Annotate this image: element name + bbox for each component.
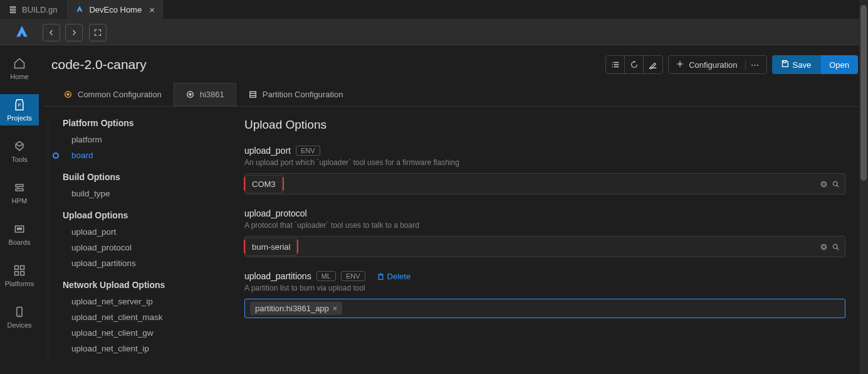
group-build-options: Build Options <box>54 172 228 182</box>
opt-net-server-ip[interactable]: upload_net_server_ip <box>54 294 228 309</box>
forward-button[interactable] <box>65 24 83 41</box>
edit-button[interactable] <box>644 56 662 73</box>
search-icon[interactable] <box>832 243 840 251</box>
clear-icon[interactable] <box>820 243 828 251</box>
tab-label: DevEco Home <box>89 5 142 14</box>
group-network-upload-options: Network Upload Options <box>54 280 228 290</box>
configuration-button[interactable]: Configuration ⋯ <box>668 55 766 74</box>
partition-tag: partition:hi3861_app × <box>250 302 342 315</box>
sidebar-item-label: HPM <box>12 197 27 205</box>
close-icon[interactable]: × <box>149 4 155 15</box>
form-area: Upload Options upload_port ENV An upload… <box>238 107 863 374</box>
svg-rect-5 <box>16 189 23 191</box>
env-chip: ENV <box>296 146 320 156</box>
svg-point-29 <box>189 94 191 95</box>
page-header: code-2.0-canary <box>39 46 868 83</box>
upload-protocol-value[interactable]: burn-serial <box>245 238 297 256</box>
sidebar-item-projects[interactable]: P Projects <box>0 94 39 126</box>
sidebar-item-home[interactable]: Home <box>0 53 39 84</box>
plus-icon <box>676 60 684 70</box>
field-upload-port: upload_port ENV An upload port which `up… <box>244 146 845 195</box>
save-label: Save <box>793 60 812 70</box>
opt-platform[interactable]: platform <box>54 132 228 147</box>
home-icon <box>13 56 26 70</box>
svg-line-37 <box>837 185 839 187</box>
target-icon <box>186 90 195 99</box>
field-description: A partition list to burn via upload tool <box>244 284 845 292</box>
file-icon <box>9 6 17 14</box>
svg-rect-2 <box>10 11 15 13</box>
tab-label: Common Configuration <box>78 90 162 99</box>
svg-rect-30 <box>250 92 256 97</box>
sidebar-item-label: Home <box>10 73 28 80</box>
svg-line-42 <box>837 248 839 250</box>
tab-label: hi3861 <box>200 90 224 99</box>
svg-rect-13 <box>21 272 24 275</box>
ml-chip: ML <box>316 271 336 281</box>
delete-label: Delete <box>387 272 411 281</box>
svg-rect-12 <box>15 272 19 275</box>
toolbar <box>0 19 868 46</box>
upload-port-value[interactable]: COM3 <box>245 175 283 193</box>
tab-common-config[interactable]: Common Configuration <box>51 83 174 106</box>
sidebar-item-platforms[interactable]: Platforms <box>0 260 39 291</box>
expand-button[interactable] <box>89 24 107 41</box>
save-button[interactable]: Save <box>772 55 820 74</box>
opt-net-client-gw[interactable]: upload_net_client_gw <box>54 325 228 341</box>
group-upload-options: Upload Options <box>54 210 228 220</box>
field-label: upload_partitions <box>244 271 311 281</box>
opt-net-client-ip[interactable]: upload_net_client_ip <box>54 341 228 356</box>
sidebar-item-tools[interactable]: Tools <box>0 136 39 167</box>
sidebar-item-devices[interactable]: Devices <box>0 301 39 333</box>
list-view-button[interactable] <box>606 56 625 73</box>
configuration-label: Configuration <box>689 60 737 70</box>
upload-port-input-row: COM3 <box>244 173 845 195</box>
deveco-logo-icon <box>75 5 84 14</box>
svg-rect-4 <box>16 184 23 186</box>
save-open-group: Save Open <box>772 55 858 74</box>
config-tabs: Common Configuration hi3861 Partition Co… <box>39 83 868 106</box>
projects-icon: P <box>13 98 26 112</box>
tab-hi3861[interactable]: hi3861 <box>174 83 236 106</box>
tab-deveco-home[interactable]: DevEco Home × <box>66 0 164 19</box>
devices-icon <box>13 305 26 319</box>
group-platform-options: Platform Options <box>54 118 228 128</box>
opt-upload-port[interactable]: upload_port <box>54 224 228 240</box>
opt-upload-protocol[interactable]: upload_protocol <box>54 240 228 255</box>
refresh-button[interactable] <box>625 56 644 73</box>
upload-partitions-input[interactable]: partition:hi3861_app × <box>244 299 845 318</box>
field-description: An upload port which `uploader` tool use… <box>244 158 845 167</box>
svg-text:P: P <box>18 102 21 108</box>
remove-tag-icon[interactable]: × <box>333 304 338 313</box>
open-button[interactable]: Open <box>820 55 858 74</box>
scrollbar[interactable] <box>859 0 868 374</box>
tab-partition-config[interactable]: Partition Configuration <box>236 83 355 106</box>
svg-rect-10 <box>15 266 19 270</box>
svg-point-27 <box>67 94 69 95</box>
nav-arrows <box>43 24 83 41</box>
back-button[interactable] <box>43 24 60 41</box>
app-logo <box>5 24 39 41</box>
tab-label: BUILD.gn <box>22 5 57 14</box>
svg-rect-25 <box>783 61 786 63</box>
svg-rect-1 <box>10 9 15 10</box>
clear-icon[interactable] <box>820 180 828 188</box>
opt-board[interactable]: board <box>54 147 228 163</box>
opt-build-type[interactable]: build_type <box>54 186 228 201</box>
sidebar-item-label: Projects <box>7 114 32 122</box>
sidebar-item-boards[interactable]: Boards <box>0 218 39 250</box>
hpm-icon <box>13 181 26 195</box>
partition-tag-label: partition:hi3861_app <box>255 304 329 313</box>
search-icon[interactable] <box>832 180 840 188</box>
scrollbar-thumb[interactable] <box>860 5 867 181</box>
target-icon <box>63 90 73 99</box>
sidebar-item-label: Boards <box>9 238 31 246</box>
tab-build-gn[interactable]: BUILD.gn <box>0 0 66 19</box>
more-icon[interactable]: ⋯ <box>745 60 759 70</box>
opt-net-client-mask[interactable]: upload_net_client_mask <box>54 309 228 325</box>
field-description: A protocol that `uploader` tool uses to … <box>244 221 845 230</box>
field-upload-protocol: upload_protocol A protocol that `uploade… <box>244 208 845 257</box>
opt-upload-partitions[interactable]: upload_partitions <box>54 255 228 271</box>
sidebar-item-hpm[interactable]: HPM <box>0 177 39 208</box>
delete-link[interactable]: Delete <box>377 272 411 281</box>
